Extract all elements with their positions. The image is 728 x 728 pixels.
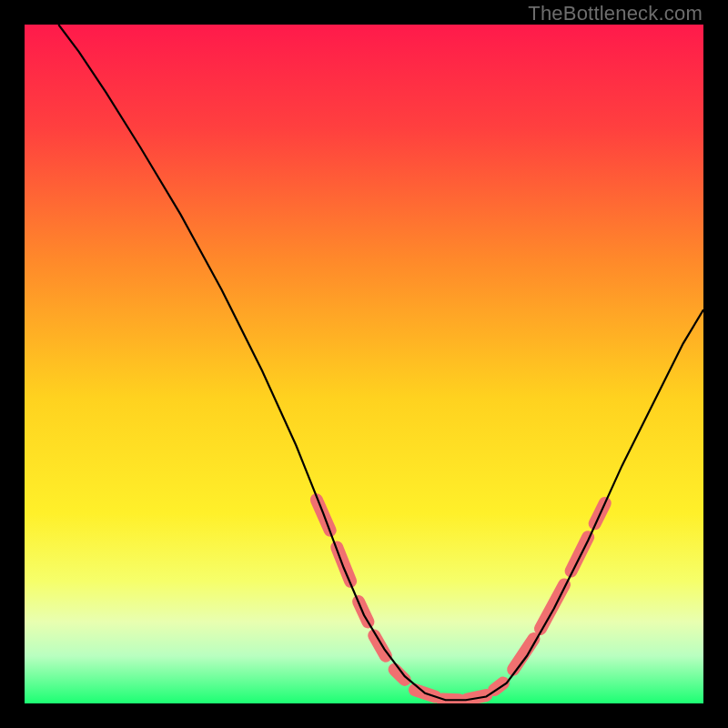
chart-svg xyxy=(25,25,703,703)
chart-frame xyxy=(25,25,703,703)
watermark-text: TheBottleneck.com xyxy=(528,2,703,25)
